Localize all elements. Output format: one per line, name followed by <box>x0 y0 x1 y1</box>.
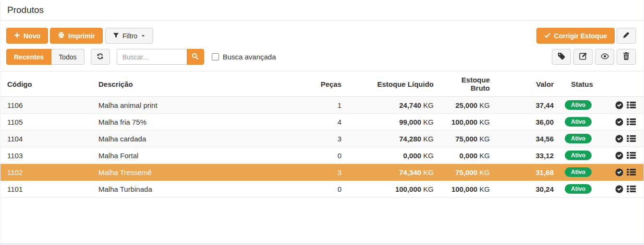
list-icon[interactable] <box>627 135 636 142</box>
cell-codigo[interactable]: 1102 <box>0 164 92 181</box>
cell-descricao[interactable]: Malha animal print <box>92 97 307 114</box>
cell-estoque-bruto[interactable]: 0,000 KG <box>440 147 496 164</box>
table-body: 1106 Malha animal print 1 24,740 KG 25,0… <box>0 97 644 198</box>
table-row[interactable]: 1102 Malha Tressemê 3 74,340 KG 75,000 K… <box>0 164 644 181</box>
cell-descricao[interactable]: Malha cardada <box>92 130 307 147</box>
check-circle-icon[interactable] <box>615 118 623 126</box>
busca-avancada-label[interactable]: Busca avançada <box>223 53 276 61</box>
cell-valor[interactable]: 30,24 <box>496 181 560 198</box>
bottom-edge-strip <box>0 243 644 245</box>
check-circle-icon[interactable] <box>615 168 623 176</box>
delete-button[interactable] <box>617 49 636 65</box>
cell-codigo[interactable]: 1105 <box>0 114 92 130</box>
check-circle-icon[interactable] <box>615 152 623 160</box>
cell-codigo[interactable]: 1103 <box>0 147 92 164</box>
cell-status: Ativo <box>560 164 606 181</box>
cell-descricao[interactable]: Malha fria 75% <box>92 114 307 130</box>
todos-tab[interactable]: Todos <box>51 49 84 65</box>
cell-estoque-liquido[interactable]: 0,000 KG <box>348 147 440 164</box>
imprimir-button[interactable]: Imprimir <box>50 28 103 44</box>
cell-estoque-liquido[interactable]: 99,000 KG <box>348 114 440 130</box>
toolbar-row-primary: Novo Imprimir Filtro <box>6 28 636 44</box>
check-circle-icon[interactable] <box>615 185 623 193</box>
cell-estoque-bruto[interactable]: 25,000 KG <box>440 97 496 114</box>
cell-estoque-bruto[interactable]: 75,000 KG <box>440 130 496 147</box>
cell-pecas[interactable]: 3 <box>307 164 348 181</box>
recentes-tab[interactable]: Recentes <box>6 49 51 65</box>
cell-valor[interactable]: 33,12 <box>496 147 560 164</box>
cell-estoque-bruto[interactable]: 75,000 KG <box>440 164 496 181</box>
list-icon[interactable] <box>627 118 636 126</box>
column-header-estoque-liquido: Estoque Líquido <box>348 71 440 97</box>
status-badge: Ativo <box>565 184 592 194</box>
tag-button[interactable] <box>552 49 571 65</box>
list-icon[interactable] <box>627 101 636 109</box>
search-button[interactable] <box>187 49 204 65</box>
status-badge: Ativo <box>565 167 592 177</box>
list-icon[interactable] <box>627 152 636 159</box>
table-row[interactable]: 1104 Malha cardada 3 74,280 KG 75,000 KG… <box>0 130 644 147</box>
cell-codigo[interactable]: 1104 <box>0 130 92 147</box>
cell-pecas[interactable]: 1 <box>307 97 348 114</box>
table-row[interactable]: 1103 Malha Fortal 0 0,000 KG 0,000 KG 33… <box>0 147 644 164</box>
page-title: Produtos <box>7 5 44 15</box>
corrigir-estoque-button-label: Corrigir Estoque <box>554 32 607 40</box>
cell-pecas[interactable]: 0 <box>307 147 348 164</box>
table-row[interactable]: 1101 Malha Turbinada 0 100,000 KG 100,00… <box>0 181 644 198</box>
search-input[interactable] <box>117 49 187 65</box>
status-badge: Ativo <box>565 117 592 127</box>
cell-codigo[interactable]: 1101 <box>0 181 92 198</box>
check-circle-icon[interactable] <box>615 135 623 143</box>
filtro-button[interactable]: Filtro <box>105 28 153 44</box>
view-button[interactable] <box>595 49 614 65</box>
check-circle-icon[interactable] <box>615 101 623 109</box>
cell-actions <box>606 130 644 147</box>
cell-descricao[interactable]: Malha Tressemê <box>92 164 307 181</box>
list-icon[interactable] <box>627 185 636 193</box>
products-table: Código Descrição Peças Estoque Líquido E… <box>0 71 644 198</box>
table-row[interactable]: 1105 Malha fria 75% 4 99,000 KG 100,000 … <box>0 114 644 130</box>
edit-primary-button[interactable] <box>617 28 636 44</box>
toolbar-right-secondary <box>552 49 636 65</box>
refresh-icon <box>97 53 104 61</box>
cell-valor[interactable]: 36,00 <box>496 114 560 130</box>
chevron-down-icon <box>141 32 146 40</box>
cell-descricao[interactable]: Malha Fortal <box>92 147 307 164</box>
cell-status: Ativo <box>560 114 606 130</box>
novo-button[interactable]: Novo <box>6 28 48 44</box>
eye-icon <box>601 53 609 61</box>
cell-pecas[interactable]: 3 <box>307 130 348 147</box>
cell-actions <box>606 97 644 114</box>
cell-valor[interactable]: 34,56 <box>496 130 560 147</box>
cell-descricao[interactable]: Malha Turbinada <box>92 181 307 198</box>
cell-estoque-liquido[interactable]: 74,280 KG <box>348 130 440 147</box>
table-row[interactable]: 1106 Malha animal print 1 24,740 KG 25,0… <box>0 97 644 114</box>
list-icon[interactable] <box>627 168 636 176</box>
cell-pecas[interactable]: 4 <box>307 114 348 130</box>
cell-codigo[interactable]: 1106 <box>0 97 92 114</box>
recentes-tab-label: Recentes <box>14 53 44 61</box>
toolbar-left-primary: Novo Imprimir Filtro <box>6 28 153 44</box>
edit-button[interactable] <box>573 49 593 65</box>
column-header-pecas: Peças <box>307 71 348 97</box>
cell-estoque-liquido[interactable]: 74,340 KG <box>348 164 440 181</box>
pen-square-icon <box>579 52 587 61</box>
funnel-icon <box>113 32 119 40</box>
refresh-button[interactable] <box>91 49 110 65</box>
cell-valor[interactable]: 31,68 <box>496 164 560 181</box>
plus-icon <box>14 32 20 40</box>
column-header-status: Status <box>560 71 606 97</box>
table-header: Código Descrição Peças Estoque Líquido E… <box>0 71 644 97</box>
pencil-icon <box>623 32 630 40</box>
cell-estoque-liquido[interactable]: 100,000 KG <box>348 181 440 198</box>
cell-estoque-liquido[interactable]: 24,740 KG <box>348 97 440 114</box>
busca-avancada-checkbox[interactable] <box>212 53 219 60</box>
cell-actions <box>606 147 644 164</box>
corrigir-estoque-button[interactable]: Corrigir Estoque <box>536 28 615 44</box>
cell-estoque-bruto[interactable]: 100,000 KG <box>440 181 496 198</box>
cell-valor[interactable]: 37,44 <box>496 97 560 114</box>
status-badge: Ativo <box>565 134 592 143</box>
cell-pecas[interactable]: 0 <box>307 181 348 198</box>
column-header-descricao: Descrição <box>92 71 307 97</box>
cell-estoque-bruto[interactable]: 100,000 KG <box>440 114 496 130</box>
